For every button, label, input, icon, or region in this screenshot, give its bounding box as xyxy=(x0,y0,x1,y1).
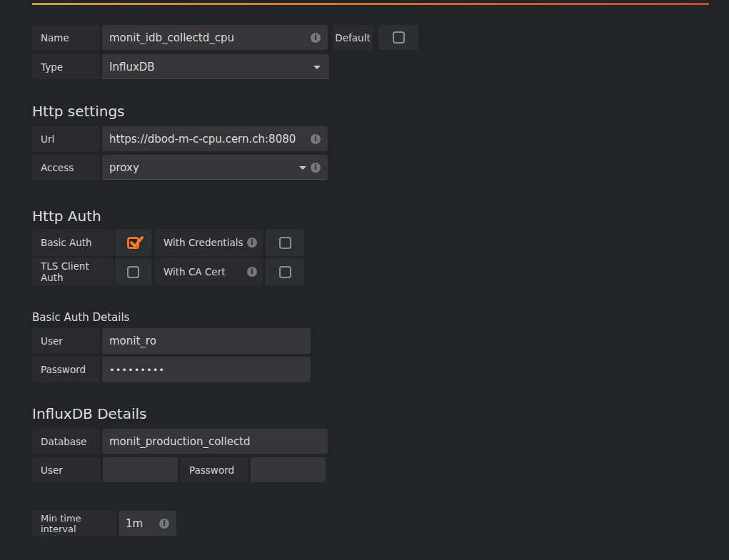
type-select[interactable]: InfluxDB xyxy=(102,54,329,79)
with-credentials-checkbox-cell[interactable] xyxy=(266,229,304,256)
database-input[interactable] xyxy=(102,429,328,454)
url-input[interactable] xyxy=(102,126,328,151)
basic-auth-password-input[interactable] xyxy=(102,357,311,382)
default-label: Default xyxy=(333,25,373,50)
name-input-wrap: i xyxy=(102,25,328,50)
default-checkbox[interactable] xyxy=(393,31,405,44)
datasource-edit-page: Name i Default Type InfluxDB Http settin… xyxy=(0,0,729,536)
name-input[interactable] xyxy=(102,25,328,50)
database-input-wrap xyxy=(102,429,328,454)
type-select-value: InfluxDB xyxy=(109,61,155,73)
tls-client-auth-checkbox[interactable] xyxy=(127,266,139,278)
influxdb-user-input[interactable] xyxy=(103,457,178,482)
info-icon[interactable]: i xyxy=(247,238,257,248)
basic-auth-row: Basic Auth With Credentials i xyxy=(32,229,729,256)
tls-client-auth-label: TLS Client Auth xyxy=(32,258,114,285)
http-settings-heading: Http settings xyxy=(32,103,729,119)
basic-auth-user-label: User xyxy=(32,328,100,354)
basic-auth-user-input-wrap xyxy=(102,328,311,354)
info-icon[interactable]: i xyxy=(311,33,321,43)
info-icon[interactable]: i xyxy=(311,134,321,144)
basic-auth-password-label: Password xyxy=(32,357,100,382)
tls-client-auth-checkbox-cell[interactable] xyxy=(115,258,151,285)
access-select[interactable]: proxy i xyxy=(102,155,328,180)
access-select-value: proxy xyxy=(109,161,139,174)
basic-auth-details-heading: Basic Auth Details xyxy=(32,311,729,324)
basic-auth-password-row: Password xyxy=(32,357,729,382)
with-credentials-label: With Credentials xyxy=(164,237,243,248)
http-auth-heading: Http Auth xyxy=(32,208,729,224)
basic-auth-checkbox-cell[interactable] xyxy=(115,229,151,256)
chevron-down-icon xyxy=(299,166,306,170)
influxdb-details-heading: InfluxDB Details xyxy=(32,406,729,422)
url-input-wrap: i xyxy=(102,126,328,151)
basic-auth-label: Basic Auth xyxy=(32,229,114,256)
tls-auth-row: TLS Client Auth With CA Cert i xyxy=(32,258,729,285)
with-credentials-checkbox[interactable] xyxy=(279,237,291,249)
basic-auth-password-input-wrap xyxy=(102,357,311,382)
url-label: Url xyxy=(32,126,100,151)
influxdb-user-input-wrap xyxy=(103,457,178,482)
default-checkbox-cell[interactable] xyxy=(378,25,418,50)
influxdb-password-label: Password xyxy=(181,457,248,482)
info-icon[interactable]: i xyxy=(311,163,321,173)
basic-auth-user-row: User xyxy=(32,328,729,354)
chevron-down-icon xyxy=(313,66,321,69)
type-row: Type InfluxDB xyxy=(32,54,729,79)
influxdb-user-label: User xyxy=(32,457,100,482)
info-icon[interactable]: i xyxy=(247,267,257,277)
min-time-interval-label: Min time interval xyxy=(32,511,116,536)
with-ca-cert-checkbox[interactable] xyxy=(279,266,291,278)
with-ca-cert-checkbox-cell[interactable] xyxy=(266,258,304,285)
with-ca-cert-label: With CA Cert xyxy=(164,266,225,278)
name-label: Name xyxy=(32,25,100,50)
type-label: Type xyxy=(32,54,100,79)
min-time-interval-row: Min time interval i xyxy=(32,511,729,536)
active-tab-underline xyxy=(32,3,709,5)
min-time-interval-input-wrap: i xyxy=(119,511,176,536)
influxdb-password-input-wrap xyxy=(251,457,326,482)
basic-auth-checkbox[interactable] xyxy=(127,237,139,249)
with-ca-cert-label-box: With CA Cert i xyxy=(155,258,263,285)
name-row: Name i Default xyxy=(32,25,729,50)
influxdb-credentials-row: User Password xyxy=(32,457,729,482)
with-credentials-label-box: With Credentials i xyxy=(155,229,263,256)
url-row: Url i xyxy=(32,126,729,151)
basic-auth-user-input[interactable] xyxy=(102,328,311,354)
database-row: Database xyxy=(32,429,729,454)
influxdb-password-input[interactable] xyxy=(251,457,326,482)
access-label: Access xyxy=(32,155,100,180)
database-label: Database xyxy=(32,429,100,454)
access-row: Access proxy i xyxy=(32,155,729,180)
info-icon[interactable]: i xyxy=(159,519,169,529)
